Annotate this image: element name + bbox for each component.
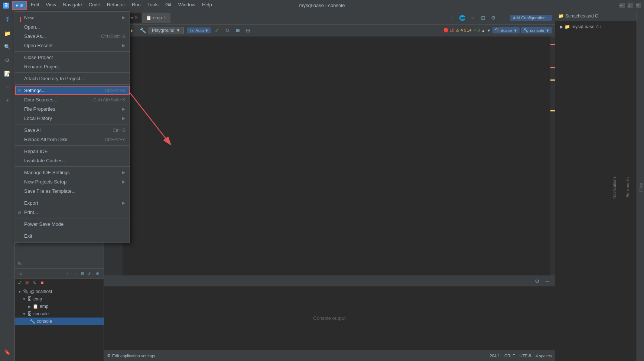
database-explorer-icon[interactable]: 🗄 — [1, 14, 13, 26]
menu-rename-project[interactable]: Rename Project... — [15, 62, 130, 71]
files-strip-label[interactable]: Files — [638, 182, 644, 193]
sidebar-icon-6[interactable]: ≡ — [1, 81, 13, 93]
print-icon: 🖨 — [17, 210, 22, 215]
expand-btn[interactable]: ▼ — [487, 28, 491, 33]
tab-gear-btn[interactable]: ⚙ — [489, 13, 498, 22]
sidebar-icon-3[interactable]: 🔍 — [1, 41, 13, 53]
save-all-label: Save All — [24, 127, 42, 133]
menu-git[interactable]: Git — [162, 1, 175, 10]
menu-save-all[interactable]: Save All Ctrl+S — [15, 126, 130, 135]
menu-attach-dir[interactable]: Attach Directory to Project... — [15, 74, 130, 83]
grid-btn[interactable]: ⊞ — [244, 26, 253, 35]
console-close-btn[interactable]: ─ — [543, 277, 552, 286]
sidebar-icon-4[interactable]: ⚙ — [1, 54, 13, 66]
console-gear-btn[interactable]: ⚙ — [533, 277, 541, 286]
tx-label: Tx — [18, 271, 22, 276]
close-button[interactable]: ✕ — [636, 3, 641, 8]
tx-tree-console-item[interactable]: 🔧 console — [15, 318, 104, 325]
wrench-btn[interactable]: 🔧 — [138, 26, 147, 35]
tx-btn-1[interactable]: ↑ — [64, 270, 71, 277]
bookmarks-strip-label[interactable]: Bookmarks — [625, 176, 631, 199]
menu-invalidate-caches[interactable]: Invalidate Caches... — [15, 156, 130, 165]
sidebar-icon-2[interactable]: 📁 — [1, 27, 13, 39]
settings-label: Settings... — [24, 88, 46, 93]
console-tab-close[interactable]: ✕ — [134, 15, 138, 20]
tab-overflow-btn[interactable]: ⋮ — [448, 13, 456, 22]
menu-navigate[interactable]: Navigate — [60, 1, 85, 10]
menu-tools[interactable]: Tools — [144, 1, 162, 10]
tab-minus-btn[interactable]: ─ — [500, 13, 508, 22]
console-selector-icon: 🔧 — [523, 28, 528, 33]
menu-open[interactable]: Open... — [15, 22, 130, 32]
sidebar-bookmark-icon[interactable]: 🔖 — [1, 346, 13, 358]
separator — [15, 84, 130, 85]
rollback-btn[interactable]: ↻ — [223, 26, 232, 35]
menu-export[interactable]: Export ▶ — [15, 198, 130, 208]
tx-btn-5[interactable]: ⊕ — [94, 270, 101, 277]
line-separator[interactable]: CRLF — [504, 354, 515, 358]
menu-window[interactable]: Window — [175, 1, 198, 10]
tx-btn-3[interactable]: ⊞ — [79, 270, 86, 277]
playground-selector[interactable]: Playground ▼ — [149, 27, 184, 34]
menu-data-sources[interactable]: Data Sources... Ctrl+Alt+Shift+S — [15, 95, 130, 104]
tx-btn-2[interactable]: ↓ — [72, 270, 78, 277]
menu-view[interactable]: View — [43, 1, 59, 10]
tx-refresh-btn[interactable]: ↻ — [31, 279, 38, 286]
menu-new[interactable]: New ▶ — [15, 13, 130, 22]
menu-open-recent[interactable]: Open Recent ▶ — [15, 41, 130, 50]
menu-new-projects-setup[interactable]: New Projects Setup ▶ — [15, 177, 130, 186]
console-selector[interactable]: 🔧 console ▼ — [521, 27, 552, 33]
menu-save-as[interactable]: Save As... Ctrl+Shift+S — [15, 32, 130, 41]
menu-exit[interactable]: Exit — [15, 231, 130, 241]
indent-label[interactable]: 4 spaces — [536, 354, 552, 358]
tx-btn-4[interactable]: J↑ — [87, 270, 93, 277]
tx-tree-console-db[interactable]: ▼ 🗄 console — [15, 310, 104, 318]
tab-align-btn[interactable]: ≡ — [468, 13, 477, 22]
menu-close-project[interactable]: Close Project — [15, 53, 130, 62]
menu-edit[interactable]: Edit — [28, 1, 42, 10]
tx-tree-emp-db[interactable]: ▼ 🗄 emp — [15, 295, 104, 303]
menu-file[interactable]: File — [12, 1, 27, 10]
notifications-strip-label[interactable]: Notifications — [611, 175, 617, 200]
menu-run[interactable]: Run — [129, 1, 144, 10]
add-configuration-btn[interactable]: Add Configuration... — [510, 15, 552, 21]
menu-code[interactable]: Code — [86, 1, 103, 10]
cursor-position[interactable]: 204:1 — [490, 354, 500, 358]
tx-auto-selector[interactable]: Tx: Auto ▼ — [187, 27, 211, 33]
menu-power-save[interactable]: Power Save Mode — [15, 219, 130, 229]
minimize-button[interactable]: ─ — [619, 3, 625, 8]
tab-split-btn[interactable]: ⊟ — [479, 13, 488, 22]
sidebar-icon-add[interactable]: ＋ — [1, 94, 13, 106]
menu-file-properties[interactable]: File Properties ▶ — [15, 104, 130, 114]
tab-emp[interactable]: 📋 emp ✕ — [142, 13, 170, 23]
tx-tree-localhost[interactable]: ▼ 🔌 @localhost — [15, 288, 104, 295]
emp-tab-close[interactable]: ✕ — [163, 15, 167, 20]
encoding[interactable]: UTF-8 — [520, 354, 531, 358]
menu-repair-ide[interactable]: Repair IDE — [15, 147, 130, 156]
tab-globe-btn[interactable]: 🌐 — [458, 13, 467, 22]
menu-refactor[interactable]: Refactor — [104, 1, 128, 10]
maximize-button[interactable]: □ — [628, 3, 633, 8]
menu-manage-ide-settings[interactable]: Manage IDE Settings ▶ — [15, 168, 130, 177]
scratches-header: 📁 Scratches and C — [555, 11, 637, 21]
commit-btn[interactable]: ✓ — [212, 26, 221, 35]
menu-local-history[interactable]: Local History ▶ — [15, 114, 130, 123]
menu-settings[interactable]: ⚙ Settings... Ctrl+Alt+S — [15, 86, 130, 95]
itcase-selector[interactable]: 🔌 itcase ▼ — [492, 27, 520, 33]
menu-help[interactable]: Help — [199, 1, 215, 10]
sidebar-icon-5[interactable]: 📝 — [1, 68, 13, 79]
title-bar: 🗄 File Edit View Navigate Code Refactor … — [0, 0, 644, 11]
menu-reload-disk[interactable]: Reload All from Disk Ctrl+Alt+Y — [15, 135, 130, 144]
menu-print[interactable]: 🖨 Print... — [15, 208, 130, 217]
menu-save-file-template[interactable]: Save File as Template... — [15, 186, 130, 196]
tx-check-btn[interactable]: ✓ — [16, 279, 23, 286]
tx-stop-btn[interactable]: ⏹ — [39, 279, 45, 286]
stop-btn[interactable]: ⏹ — [233, 26, 242, 35]
emp-tab-icon: 📋 — [146, 15, 152, 20]
tx-x-btn[interactable]: ✕ — [24, 279, 30, 286]
mysql-base-item[interactable]: ▶ 📁 mysql-base C:\... — [557, 23, 635, 31]
tx-tree-emp-table[interactable]: ▶ 📋 emp — [15, 303, 104, 310]
collapse-btn[interactable]: ▲ — [481, 28, 485, 33]
code-editor[interactable] — [123, 36, 550, 276]
edit-app-settings[interactable]: ⚙ Edit application settings — [107, 353, 155, 358]
